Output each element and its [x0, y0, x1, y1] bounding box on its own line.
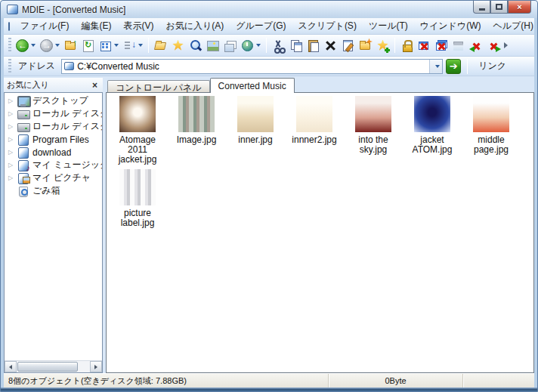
menu-item-7[interactable]: ウインドウ(W)	[414, 18, 487, 34]
file-item[interactable]: middle page.jpg	[462, 96, 521, 165]
close-all-tabs-icon	[435, 39, 448, 52]
expand-arrow-icon[interactable]: ▷	[5, 149, 17, 156]
search-button[interactable]	[187, 36, 204, 54]
file-thumbnail	[296, 96, 332, 132]
sidebar-item-7[interactable]: ごみ箱	[5, 184, 102, 197]
sidebar-item-6[interactable]: ▷マイ ピクチャ	[5, 171, 102, 184]
close-left-tabs-icon	[470, 39, 483, 52]
menu-item-5[interactable]: スクリプト(S)	[292, 18, 362, 34]
go-button[interactable]: ➔	[446, 59, 461, 74]
mdi-document-icon[interactable]	[8, 22, 10, 31]
chevron-down-icon	[256, 44, 261, 47]
up-folder-button[interactable]: ↑	[62, 36, 79, 54]
addressbar-grip[interactable]	[8, 59, 11, 74]
address-input[interactable]: C:¥Converted Music	[61, 59, 443, 74]
mdie-window: MDIE - [Converted Music] × ファイル(F)編集(E)表…	[0, 0, 538, 392]
rename-button[interactable]	[339, 36, 357, 54]
history-button[interactable]	[239, 36, 263, 54]
sidebar-item-0[interactable]: ▷デスクトップ	[5, 94, 102, 107]
menu-item-4[interactable]: グループ(G)	[230, 18, 292, 34]
tree-item-label: ローカル ディスク (	[32, 120, 102, 133]
expand-arrow-icon[interactable]: ▷	[5, 174, 17, 181]
close-all-tabs-button[interactable]	[433, 36, 450, 54]
new-folder-button[interactable]	[357, 36, 374, 54]
scroll-right-button[interactable]	[90, 361, 102, 372]
window-bottom-border	[1, 387, 537, 391]
sidebar-item-4[interactable]: ▷download	[5, 146, 102, 159]
favorites-sidebar: お気に入り × ▷デスクトップ▷ローカル ディスク (▷ローカル ディスク (▷…	[4, 78, 103, 373]
minimize-button[interactable]	[473, 1, 490, 14]
lock-button[interactable]	[398, 36, 416, 54]
cut-button[interactable]	[270, 36, 287, 54]
file-list-panel[interactable]: Atomage 2011 jacket.jpgImage.jpginner.jp…	[106, 92, 534, 373]
toolbar-items: ↑	[14, 36, 502, 54]
close-left-tabs-button[interactable]	[468, 36, 485, 54]
menu-item-6[interactable]: ツール(T)	[363, 18, 414, 34]
horizontal-scrollbar[interactable]	[5, 360, 102, 372]
back-icon	[16, 39, 29, 52]
views-button[interactable]	[97, 36, 121, 54]
views-icon	[99, 39, 112, 52]
file-item[interactable]: innner2.jpg	[285, 96, 344, 165]
menu-item-3[interactable]: お気に入り(A)	[159, 18, 230, 34]
sort-button[interactable]	[121, 36, 145, 54]
window-filter-button[interactable]	[221, 36, 239, 54]
close-right-tabs-button[interactable]	[485, 36, 502, 54]
sidebar-close-button[interactable]: ×	[90, 80, 100, 91]
sidebar-item-5[interactable]: ▷マイ ミュージック	[5, 159, 102, 171]
up-folder-icon: ↑	[64, 39, 77, 52]
expand-arrow-icon[interactable]: ▷	[5, 162, 17, 168]
add-favorite-button[interactable]	[374, 36, 391, 54]
chevron-down-icon	[31, 44, 36, 47]
content-area: コントロール パネルConverted Music Atomage 2011 j…	[106, 78, 534, 373]
address-value: C:¥Converted Music	[77, 61, 429, 72]
file-name: innner2.jpg	[292, 135, 336, 145]
close-button[interactable]: ×	[508, 1, 531, 14]
toolbar-overflow-icon[interactable]	[504, 42, 508, 48]
sidebar-item-1[interactable]: ▷ローカル ディスク (	[5, 107, 102, 120]
sidebar-item-2[interactable]: ▷ローカル ディスク (	[5, 120, 102, 133]
file-item[interactable]: into the sky.jpg	[344, 96, 403, 165]
expand-arrow-icon[interactable]: ▷	[5, 123, 17, 130]
favorites-star-button[interactable]	[169, 36, 187, 54]
delete-button[interactable]	[322, 36, 339, 54]
scroll-left-button[interactable]	[5, 361, 17, 372]
minimize-icon	[479, 8, 485, 11]
expand-arrow-icon[interactable]: ▷	[5, 110, 17, 117]
close-tab-icon	[418, 39, 431, 52]
go-arrow-icon: ➔	[450, 60, 458, 72]
file-name: jacket ATOM.jpg	[404, 135, 461, 155]
paste-button[interactable]	[305, 36, 322, 54]
forward-button[interactable]	[38, 36, 62, 54]
tab-コントロール-パネル[interactable]: コントロール パネル	[107, 80, 210, 93]
scrollbar-thumb[interactable]	[17, 362, 78, 372]
pictures-folder-icon	[17, 173, 29, 184]
file-item[interactable]: inner.jpg	[226, 96, 285, 165]
file-item[interactable]: jacket ATOM.jpg	[403, 96, 462, 165]
copy-button[interactable]	[287, 36, 305, 54]
close-other-tabs-button[interactable]	[450, 36, 468, 54]
address-dropdown-button[interactable]	[429, 60, 442, 73]
file-item[interactable]: picture label.jpg	[108, 169, 167, 228]
toolbar-grip[interactable]	[8, 38, 11, 53]
refresh-button[interactable]	[79, 36, 97, 54]
tab-converted-music[interactable]: Converted Music	[210, 78, 295, 93]
menu-item-0[interactable]: ファイル(F)	[14, 18, 75, 34]
maximize-button[interactable]	[490, 1, 508, 14]
close-tab-button[interactable]	[416, 36, 433, 54]
open-folder-icon	[154, 39, 167, 52]
expand-arrow-icon[interactable]: ▷	[5, 97, 17, 104]
expand-arrow-icon[interactable]: ▷	[5, 136, 17, 143]
back-button[interactable]	[14, 36, 38, 54]
file-name: picture label.jpg	[109, 208, 166, 228]
sidebar-item-3[interactable]: ▷Program Files	[5, 133, 102, 146]
file-item[interactable]: Image.jpg	[167, 96, 226, 165]
titlebar[interactable]: MDIE - [Converted Music] ×	[1, 1, 537, 18]
image-viewer-button[interactable]	[204, 36, 221, 54]
file-item[interactable]: Atomage 2011 jacket.jpg	[108, 96, 167, 165]
menu-item-1[interactable]: 編集(E)	[75, 18, 117, 34]
scrollbar-track[interactable]	[17, 361, 90, 372]
menu-item-8[interactable]: ヘルプ(H)	[487, 18, 538, 34]
menu-item-2[interactable]: 表示(V)	[117, 18, 159, 34]
open-folder-button[interactable]	[152, 36, 169, 54]
